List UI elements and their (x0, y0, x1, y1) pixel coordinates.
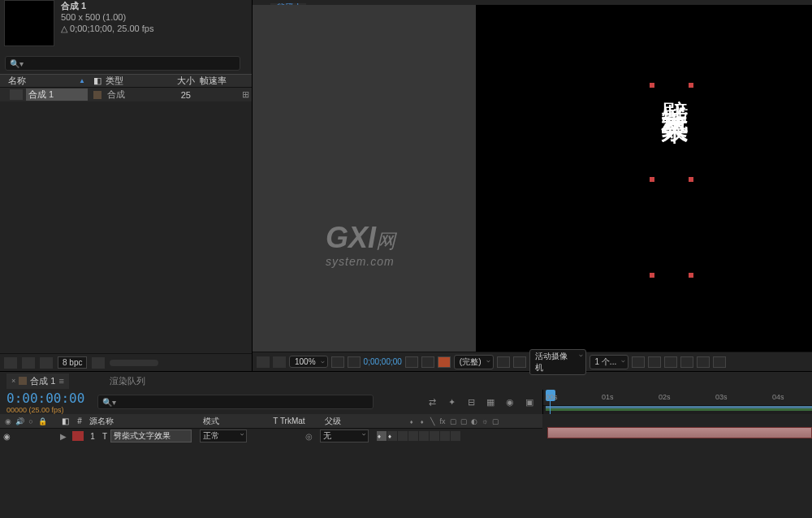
comp-mini-flowchart-icon[interactable]: ⇄ (425, 395, 438, 408)
column-type-header[interactable]: 类型 (106, 75, 162, 87)
layer-trkmat-icon[interactable]: ◎ (302, 432, 315, 441)
index-column-header[interactable]: # (73, 417, 86, 425)
trkmat-column-header[interactable]: T TrkMat (257, 417, 322, 425)
snapshot-icon[interactable] (405, 356, 418, 368)
color-mgmt-icon[interactable] (438, 356, 451, 368)
fx-col-icon[interactable]: ⬧ (417, 417, 426, 426)
column-label-header[interactable]: ◧ (89, 76, 106, 86)
timeline-timecode[interactable]: 0:00:00:00 00000 (25.00 fps) (6, 391, 84, 414)
video-switch-icon[interactable]: ◉ (3, 417, 13, 426)
layer-switch[interactable] (451, 431, 460, 441)
layer-switch[interactable] (408, 431, 418, 441)
3d-col-icon[interactable]: ▢ (459, 417, 469, 426)
frameblend-col-icon[interactable]: ╲ (427, 417, 437, 426)
close-tab-icon[interactable]: × (11, 377, 15, 385)
column-name-header[interactable]: 名称 ▲ (0, 75, 89, 87)
grid-guides-icon[interactable] (331, 356, 344, 368)
bpc-button[interactable]: 8 bpc (58, 356, 87, 369)
adjustment-col-icon[interactable]: ▢ (448, 417, 458, 426)
graph-editor-icon[interactable]: ▣ (523, 395, 536, 408)
layer-parent-dropdown[interactable]: 无 (320, 430, 369, 442)
layer-colorlabel[interactable] (72, 431, 84, 441)
show-channel-icon[interactable] (421, 356, 434, 368)
selection-handle-br[interactable] (689, 273, 693, 278)
blend-col-icon[interactable]: ▢ (490, 417, 500, 426)
camera-dropdown[interactable]: 活动摄像机 (529, 349, 586, 375)
layer-expand-icon[interactable]: ▶ (60, 432, 67, 441)
resolution-dropdown[interactable]: (完整) (454, 355, 494, 369)
layer-switch[interactable]: ⬧ (387, 431, 397, 441)
layer-switch[interactable] (419, 431, 429, 441)
timeline-tab-render[interactable]: 渲染队列 (110, 375, 145, 387)
selection-handle-ml[interactable] (650, 177, 654, 182)
toggle-alpha-icon[interactable] (257, 356, 270, 368)
frame-blend-icon[interactable]: ▦ (484, 395, 497, 408)
layer-index: 1 (86, 432, 99, 441)
new-folder-icon[interactable] (22, 357, 35, 369)
shy-col-icon[interactable]: ⬧ (406, 417, 416, 426)
layer-switch[interactable] (440, 431, 450, 441)
composition-canvas[interactable]: 劈柴式文字效果 (476, 5, 812, 352)
layer-visibility-icon[interactable]: ◉ (3, 432, 13, 441)
project-item-row[interactable]: 合成 1 合成 25 ⊞ (0, 88, 252, 101)
work-area-bar[interactable] (543, 406, 812, 411)
layer-switch[interactable] (430, 431, 439, 441)
flowchart-icon[interactable] (680, 356, 693, 368)
project-search-input[interactable]: 🔍▾ (5, 56, 240, 71)
layer-switch[interactable] (398, 431, 408, 441)
solo-switch-icon[interactable]: ○ (26, 417, 36, 426)
motionblur-col-icon[interactable]: fx (438, 417, 447, 426)
interpret-footage-icon[interactable] (4, 357, 17, 369)
zoom-dropdown[interactable]: 100% (289, 356, 328, 368)
project-item-name[interactable]: 合成 1 (26, 88, 88, 101)
timeline-tab-active[interactable]: × 合成 1 ≡ (6, 373, 69, 389)
lock-switch-icon[interactable]: 🔒 (37, 417, 47, 426)
selection-handle-tr[interactable] (689, 83, 693, 88)
layer-duration-bar[interactable] (547, 427, 812, 438)
toggle-grid-icon[interactable] (513, 356, 526, 368)
project-item-flowchart-icon[interactable]: ⊞ (239, 89, 252, 100)
new-comp-icon[interactable] (40, 357, 53, 369)
viewer-timecode[interactable]: 0;00;00;00 (364, 357, 402, 366)
selection-handle-bl[interactable] (650, 273, 654, 278)
layer-switch[interactable]: ⬧ (377, 431, 387, 441)
fast-preview-icon[interactable] (648, 356, 661, 368)
label-column-icon[interactable]: ◧ (57, 417, 73, 425)
column-fps-header[interactable]: 帧速率 (195, 75, 231, 87)
pixel-aspect-icon[interactable] (632, 356, 645, 368)
region-interest-icon[interactable] (497, 356, 510, 368)
toggle-mask-icon[interactable] (273, 356, 286, 368)
comp-thumbnail[interactable] (4, 0, 54, 46)
timeline-icon[interactable] (664, 356, 677, 368)
refresh-icon[interactable] (713, 356, 726, 368)
selection-handle-tl[interactable] (650, 83, 654, 88)
project-item-colorlabel[interactable] (93, 91, 102, 99)
source-column-header[interactable]: 源名称 (86, 416, 200, 427)
project-item-type: 合成 (107, 88, 161, 101)
toggle-transparency-icon[interactable] (348, 356, 361, 368)
menu-icon[interactable]: ≡ (58, 376, 63, 386)
draft3d-icon[interactable]: ✦ (445, 395, 458, 408)
timeline-ruler[interactable]: 00s 01s 02s 03s 04s (543, 390, 812, 406)
collapse-col-icon[interactable]: ◐ (469, 417, 479, 426)
project-empty-area[interactable] (0, 101, 252, 353)
view-count-dropdown[interactable]: 1 个... (590, 355, 629, 369)
thumbnail-size-slider[interactable] (110, 360, 158, 366)
quality-col-icon[interactable]: ☼ (480, 417, 490, 426)
layer-mode-dropdown[interactable]: 正常 (200, 430, 247, 442)
layer-type-icon: T (99, 432, 110, 441)
timeline-layer-row[interactable]: ◉ ▶ 1 T 劈柴式文字效果 正常 ◎ 无 ⬧ ⬧ (0, 429, 542, 443)
timeline-search-input[interactable]: 🔍▾ (97, 395, 374, 409)
audio-switch-icon[interactable]: 🔊 (15, 417, 24, 426)
selection-handle-mr[interactable] (689, 177, 693, 182)
text-layer-content[interactable]: 劈柴式文字效果 (655, 78, 693, 101)
layer-name[interactable]: 劈柴式文字效果 (110, 430, 192, 442)
canvas-area[interactable]: GXI网 system.com 劈柴式文字效果 (253, 5, 812, 352)
column-size-header[interactable]: 大小 (162, 75, 195, 87)
trash-icon[interactable] (92, 357, 105, 369)
shy-icon[interactable]: ⊟ (464, 395, 477, 408)
mode-column-header[interactable]: 模式 (200, 416, 257, 427)
motion-blur-icon[interactable]: ◉ (503, 395, 516, 408)
exposure-icon[interactable] (697, 356, 710, 368)
parent-column-header[interactable]: 父级 (322, 416, 403, 427)
